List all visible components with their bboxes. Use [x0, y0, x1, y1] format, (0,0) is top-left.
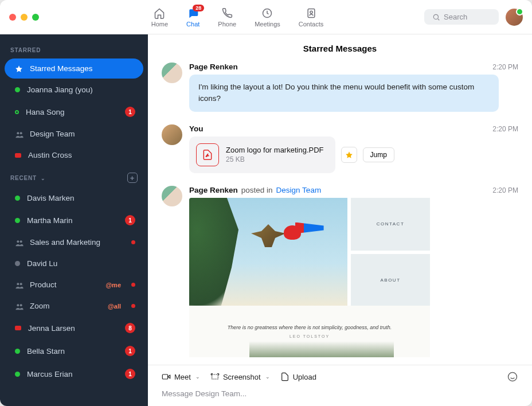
quote-text: There is no greatness where there is not…	[228, 324, 392, 331]
sidebar-item-product[interactable]: Product @me	[5, 275, 143, 295]
svg-point-4	[17, 132, 19, 134]
sender-name: Page Renken	[189, 63, 238, 71]
top-navigation: Home 28 Chat Phone Meetings Contacts	[151, 7, 323, 28]
composer: Meet ⌄ Screenshot ⌄ Upload Message Desig…	[148, 365, 532, 406]
upload-button[interactable]: Upload	[280, 372, 316, 381]
svg-point-2	[310, 11, 312, 13]
channel-link[interactable]: Design Team	[276, 186, 322, 194]
star-icon	[15, 65, 23, 73]
maximize-window-button[interactable]	[32, 14, 39, 21]
sender-avatar[interactable]	[162, 186, 182, 206]
presence-online-icon	[15, 349, 20, 354]
nav-phone[interactable]: Phone	[218, 7, 236, 28]
nav-home[interactable]: Home	[151, 7, 168, 28]
minimize-window-button[interactable]	[21, 14, 28, 21]
sidebar-item-label: Product	[30, 280, 99, 289]
unread-badge: 1	[125, 369, 135, 379]
clock-icon	[261, 7, 273, 19]
svg-rect-12	[162, 374, 167, 379]
sidebar-item-joanna[interactable]: Joanna Jiang (you)	[5, 80, 143, 100]
file-name: Zoom logo for marketing.PDF	[226, 146, 324, 154]
nav-label: Home	[151, 21, 168, 28]
chat-title: Starred Messages	[148, 34, 532, 63]
topbar: Home 28 Chat Phone Meetings Contacts S	[0, 0, 532, 34]
sidebar-item-design-team[interactable]: Design Team	[5, 124, 143, 144]
sender-avatar[interactable]	[162, 124, 182, 145]
preview-tile: ABOUT	[351, 254, 430, 307]
sidebar-item-davis[interactable]: Davis Marken	[5, 188, 143, 208]
presence-dnd-icon	[15, 326, 21, 330]
nav-meetings[interactable]: Meetings	[255, 7, 280, 28]
file-icon	[280, 372, 290, 381]
svg-point-7	[20, 240, 22, 243]
sender-avatar[interactable]	[162, 63, 182, 83]
close-window-button[interactable]	[9, 14, 16, 21]
home-icon	[153, 7, 166, 19]
group-icon	[15, 282, 23, 288]
svg-point-9	[20, 283, 22, 285]
image-preview[interactable]: CONTACT ABOUT There is no greatness wher…	[189, 198, 518, 357]
notification-dot	[131, 283, 135, 287]
sidebar-item-label: Hana Song	[26, 108, 118, 116]
sidebar-item-label: Martha Marin	[27, 216, 118, 225]
sidebar-item-label: Sales and Marketing	[30, 238, 124, 247]
quote-author: LEO TOLSTOY	[290, 334, 330, 338]
window-controls	[9, 14, 39, 21]
nav-contacts[interactable]: Contacts	[299, 7, 323, 28]
sidebar-item-zoom[interactable]: Zoom @all	[5, 296, 143, 316]
file-size: 25 KB	[226, 155, 324, 163]
sidebar: STARRED Starred Messages Joanna Jiang (y…	[0, 34, 148, 406]
svg-rect-13	[212, 374, 218, 379]
nav-chat[interactable]: 28 Chat	[186, 7, 200, 28]
sidebar-item-label: Jenna Larsen	[28, 324, 118, 333]
message-input[interactable]: Message Design Team...	[162, 387, 518, 400]
svg-point-8	[17, 283, 19, 285]
svg-point-3	[433, 14, 438, 19]
search-input[interactable]: Search	[424, 9, 499, 25]
sidebar-item-david[interactable]: David Lu	[5, 253, 143, 274]
sidebar-item-label: Austin Cross	[28, 151, 135, 159]
nav-label: Chat	[186, 21, 200, 28]
meet-button[interactable]: Meet ⌄	[162, 372, 200, 381]
presence-online-icon	[15, 372, 20, 377]
nav-label: Meetings	[255, 21, 280, 28]
sidebar-item-label: Design Team	[30, 130, 135, 138]
sidebar-recent-heading[interactable]: RECENT ⌄ +	[0, 166, 148, 188]
add-button[interactable]: +	[127, 173, 138, 183]
screenshot-button[interactable]: Screenshot ⌄	[210, 372, 270, 381]
presence-online-icon	[15, 218, 20, 223]
sidebar-item-label: Davis Marken	[27, 194, 135, 202]
sidebar-item-label: Bella Starn	[27, 347, 118, 356]
profile-avatar[interactable]	[506, 9, 523, 26]
presence-away-icon	[15, 110, 19, 114]
file-attachment[interactable]: Zoom logo for marketing.PDF 25 KB	[189, 136, 335, 173]
unread-badge: 8	[125, 323, 135, 333]
sidebar-item-hana[interactable]: Hana Song 1	[5, 101, 143, 123]
mention-badge: @me	[105, 282, 121, 288]
search-icon	[432, 13, 440, 21]
notification-dot	[131, 240, 135, 244]
preview-quote-section: There is no greatness where there is not…	[189, 306, 430, 357]
presence-online-icon	[15, 196, 20, 201]
sidebar-item-label: Zoom	[30, 302, 101, 310]
chevron-down-icon: ⌄	[195, 374, 200, 380]
sidebar-item-sales[interactable]: Sales and Marketing	[5, 232, 143, 252]
sidebar-item-martha[interactable]: Martha Marin 1	[5, 209, 143, 231]
sidebar-item-marcus[interactable]: Marcus Erian 1	[5, 363, 143, 385]
emoji-button[interactable]	[507, 371, 518, 382]
sidebar-item-starred-messages[interactable]: Starred Messages	[5, 58, 143, 79]
sidebar-item-jenna[interactable]: Jenna Larsen 8	[5, 317, 143, 339]
posted-label: posted in	[241, 186, 273, 194]
sidebar-item-austin[interactable]: Austin Cross	[5, 145, 143, 165]
tool-label: Screenshot	[223, 373, 261, 381]
sidebar-item-bella[interactable]: Bella Starn 1	[5, 340, 143, 362]
sidebar-item-label: Joanna Jiang (you)	[27, 85, 135, 94]
jump-button[interactable]: Jump	[363, 147, 394, 162]
star-button[interactable]	[341, 147, 357, 163]
contacts-icon	[305, 7, 318, 19]
preview-tile: CONTACT	[351, 198, 430, 251]
message-row: You 2:20 PM Zoom logo for marketing.PDF …	[162, 124, 518, 173]
nav-label: Phone	[218, 21, 236, 28]
svg-point-6	[17, 240, 19, 243]
timestamp: 2:20 PM	[492, 63, 518, 71]
